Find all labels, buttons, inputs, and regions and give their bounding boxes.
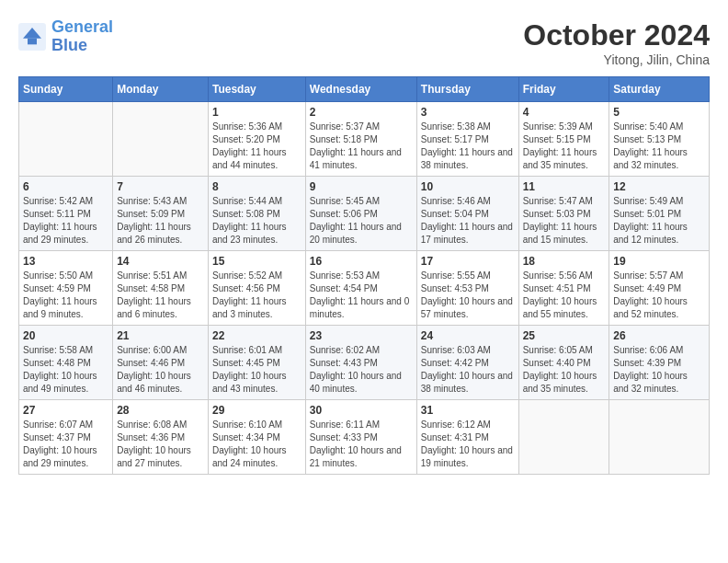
calendar-cell: 17Sunrise: 5:55 AM Sunset: 4:53 PM Dayli…: [416, 251, 518, 326]
day-number: 20: [23, 329, 108, 342]
day-info: Sunrise: 6:06 AM Sunset: 4:39 PM Dayligh…: [613, 344, 705, 396]
calendar-cell: 24Sunrise: 6:03 AM Sunset: 4:42 PM Dayli…: [416, 326, 518, 400]
weekday-header: Sunday: [19, 77, 113, 102]
day-info: Sunrise: 5:56 AM Sunset: 4:51 PM Dayligh…: [523, 270, 606, 321]
day-info: Sunrise: 6:10 AM Sunset: 4:34 PM Dayligh…: [212, 419, 301, 470]
day-number: 3: [421, 106, 515, 119]
calendar-cell: 28Sunrise: 6:08 AM Sunset: 4:36 PM Dayli…: [113, 400, 209, 475]
day-number: 27: [23, 404, 108, 417]
calendar-cell: 29Sunrise: 6:10 AM Sunset: 4:34 PM Dayli…: [209, 400, 306, 475]
day-info: Sunrise: 5:47 AM Sunset: 5:03 PM Dayligh…: [523, 195, 606, 247]
weekday-header: Wednesday: [305, 77, 416, 102]
day-info: Sunrise: 6:03 AM Sunset: 4:42 PM Dayligh…: [421, 344, 515, 396]
day-info: Sunrise: 5:45 AM Sunset: 5:06 PM Dayligh…: [310, 195, 413, 247]
calendar-cell: [518, 400, 609, 475]
page-header: General Blue October 2024 Yitong, Jilin,…: [18, 18, 710, 67]
calendar-cell: 4Sunrise: 5:39 AM Sunset: 5:15 PM Daylig…: [518, 102, 609, 177]
calendar-cell: 27Sunrise: 6:07 AM Sunset: 4:37 PM Dayli…: [19, 400, 113, 475]
calendar-cell: 21Sunrise: 6:00 AM Sunset: 4:46 PM Dayli…: [113, 326, 209, 400]
day-info: Sunrise: 5:50 AM Sunset: 4:59 PM Dayligh…: [23, 270, 108, 321]
day-info: Sunrise: 5:57 AM Sunset: 4:49 PM Dayligh…: [613, 270, 705, 321]
weekday-header: Saturday: [609, 77, 710, 102]
day-number: 31: [421, 404, 515, 417]
day-number: 10: [421, 180, 515, 193]
calendar-cell: [19, 102, 113, 177]
day-number: 13: [23, 255, 108, 268]
day-number: 19: [613, 255, 705, 268]
day-info: Sunrise: 5:39 AM Sunset: 5:15 PM Dayligh…: [523, 121, 606, 172]
day-number: 16: [310, 255, 413, 268]
calendar-cell: 8Sunrise: 5:44 AM Sunset: 5:08 PM Daylig…: [209, 177, 306, 251]
calendar-cell: 22Sunrise: 6:01 AM Sunset: 4:45 PM Dayli…: [209, 326, 306, 400]
calendar-header: SundayMondayTuesdayWednesdayThursdayFrid…: [19, 77, 710, 102]
day-info: Sunrise: 6:02 AM Sunset: 4:43 PM Dayligh…: [310, 344, 413, 396]
day-info: Sunrise: 5:38 AM Sunset: 5:17 PM Dayligh…: [421, 121, 515, 172]
day-number: 21: [117, 329, 204, 342]
day-info: Sunrise: 5:51 AM Sunset: 4:58 PM Dayligh…: [117, 270, 204, 321]
day-number: 2: [310, 106, 413, 119]
calendar-cell: 19Sunrise: 5:57 AM Sunset: 4:49 PM Dayli…: [609, 251, 710, 326]
calendar-cell: 7Sunrise: 5:43 AM Sunset: 5:09 PM Daylig…: [113, 177, 209, 251]
day-info: Sunrise: 5:43 AM Sunset: 5:09 PM Dayligh…: [117, 195, 204, 247]
day-number: 9: [310, 180, 413, 193]
title-block: October 2024 Yitong, Jilin, China: [523, 18, 710, 67]
day-number: 4: [523, 106, 606, 119]
day-info: Sunrise: 5:58 AM Sunset: 4:48 PM Dayligh…: [23, 344, 108, 396]
calendar-cell: 31Sunrise: 6:12 AM Sunset: 4:31 PM Dayli…: [416, 400, 518, 475]
logo-text: General Blue: [51, 18, 113, 55]
logo-icon: [18, 23, 46, 51]
month-title: October 2024: [523, 18, 710, 52]
day-number: 17: [421, 255, 515, 268]
day-info: Sunrise: 6:08 AM Sunset: 4:36 PM Dayligh…: [117, 419, 204, 470]
calendar-cell: 5Sunrise: 5:40 AM Sunset: 5:13 PM Daylig…: [609, 102, 710, 177]
calendar-cell: 6Sunrise: 5:42 AM Sunset: 5:11 PM Daylig…: [19, 177, 113, 251]
day-info: Sunrise: 5:42 AM Sunset: 5:11 PM Dayligh…: [23, 195, 108, 247]
calendar-cell: 18Sunrise: 5:56 AM Sunset: 4:51 PM Dayli…: [518, 251, 609, 326]
day-info: Sunrise: 5:46 AM Sunset: 5:04 PM Dayligh…: [421, 195, 515, 247]
day-info: Sunrise: 5:52 AM Sunset: 4:56 PM Dayligh…: [212, 270, 301, 321]
weekday-header: Monday: [113, 77, 209, 102]
day-info: Sunrise: 6:07 AM Sunset: 4:37 PM Dayligh…: [23, 419, 108, 470]
day-number: 28: [117, 404, 204, 417]
calendar-cell: 13Sunrise: 5:50 AM Sunset: 4:59 PM Dayli…: [19, 251, 113, 326]
day-info: Sunrise: 6:11 AM Sunset: 4:33 PM Dayligh…: [310, 419, 413, 470]
location-subtitle: Yitong, Jilin, China: [523, 52, 710, 67]
calendar-cell: [609, 400, 710, 475]
calendar-table: SundayMondayTuesdayWednesdayThursdayFrid…: [18, 76, 710, 475]
day-number: 14: [117, 255, 204, 268]
weekday-header: Tuesday: [209, 77, 306, 102]
calendar-cell: 14Sunrise: 5:51 AM Sunset: 4:58 PM Dayli…: [113, 251, 209, 326]
day-number: 25: [523, 329, 606, 342]
day-number: 18: [523, 255, 606, 268]
calendar-cell: 15Sunrise: 5:52 AM Sunset: 4:56 PM Dayli…: [209, 251, 306, 326]
day-info: Sunrise: 5:40 AM Sunset: 5:13 PM Dayligh…: [613, 121, 705, 172]
day-number: 29: [212, 404, 301, 417]
day-number: 23: [310, 329, 413, 342]
calendar-cell: 3Sunrise: 5:38 AM Sunset: 5:17 PM Daylig…: [416, 102, 518, 177]
logo: General Blue: [18, 18, 113, 55]
logo-line2: Blue: [51, 36, 87, 54]
day-info: Sunrise: 6:05 AM Sunset: 4:40 PM Dayligh…: [523, 344, 606, 396]
day-number: 15: [212, 255, 301, 268]
day-number: 26: [613, 329, 705, 342]
calendar-cell: 11Sunrise: 5:47 AM Sunset: 5:03 PM Dayli…: [518, 177, 609, 251]
day-number: 12: [613, 180, 705, 193]
day-number: 11: [523, 180, 606, 193]
day-info: Sunrise: 5:44 AM Sunset: 5:08 PM Dayligh…: [212, 195, 301, 247]
day-info: Sunrise: 5:49 AM Sunset: 5:01 PM Dayligh…: [613, 195, 705, 247]
day-number: 8: [212, 180, 301, 193]
calendar-cell: 20Sunrise: 5:58 AM Sunset: 4:48 PM Dayli…: [19, 326, 113, 400]
calendar-body: 1Sunrise: 5:36 AM Sunset: 5:20 PM Daylig…: [19, 102, 710, 475]
weekday-header: Thursday: [416, 77, 518, 102]
calendar-cell: 2Sunrise: 5:37 AM Sunset: 5:18 PM Daylig…: [305, 102, 416, 177]
day-number: 24: [421, 329, 515, 342]
day-info: Sunrise: 5:55 AM Sunset: 4:53 PM Dayligh…: [421, 270, 515, 321]
calendar-cell: 23Sunrise: 6:02 AM Sunset: 4:43 PM Dayli…: [305, 326, 416, 400]
calendar-cell: 12Sunrise: 5:49 AM Sunset: 5:01 PM Dayli…: [609, 177, 710, 251]
day-number: 5: [613, 106, 705, 119]
svg-rect-2: [28, 38, 37, 44]
day-number: 1: [212, 106, 301, 119]
day-number: 7: [117, 180, 204, 193]
calendar-cell: [113, 102, 209, 177]
calendar-cell: 26Sunrise: 6:06 AM Sunset: 4:39 PM Dayli…: [609, 326, 710, 400]
